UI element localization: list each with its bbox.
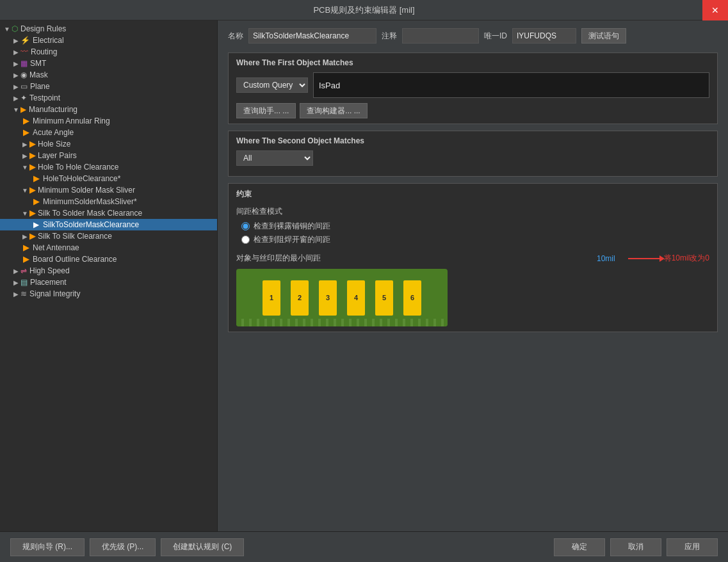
radio-label-2: 检查到阻焊开窗的间距 bbox=[254, 234, 330, 245]
first-object-title: Where The First Object Matches bbox=[236, 58, 709, 67]
query-helper-btn[interactable]: 查询助手... ... bbox=[236, 103, 296, 118]
sidebar-label: Manufacturing bbox=[29, 105, 77, 114]
sidebar-item-routing[interactable]: ▶ 〰 Routing bbox=[0, 46, 217, 58]
arrowhead bbox=[659, 255, 665, 262]
pcb-gap-2 bbox=[311, 280, 316, 316]
distance-label: 对象与丝印层的最小间距 bbox=[236, 253, 321, 264]
expand-arrow: ▶ bbox=[12, 268, 20, 275]
first-object-section: Where The First Object Matches Custom Qu… bbox=[228, 52, 718, 124]
rule-icon: ▶ bbox=[29, 163, 35, 172]
sidebar-label: Minimum Annular Ring bbox=[33, 116, 110, 125]
sidebar-item-signal-integrity[interactable]: ▶ ≋ Signal Integrity bbox=[0, 288, 217, 300]
rule-icon: ▶ bbox=[29, 186, 35, 195]
sidebar-item-hole-size[interactable]: ▶ ▶ Hole Size bbox=[0, 138, 217, 150]
highspeed-icon: ⇌ bbox=[20, 266, 27, 275]
sidebar-item-hole-to-hole[interactable]: ▼ ▶ Hole To Hole Clearance bbox=[0, 161, 217, 173]
sidebar-item-silk-to-silk[interactable]: ▶ ▶ Silk To Silk Clearance bbox=[0, 230, 217, 242]
signal-icon: ≋ bbox=[20, 289, 27, 298]
cancel-btn[interactable]: 取消 bbox=[610, 538, 661, 556]
rule-name-input[interactable] bbox=[248, 28, 376, 44]
sidebar-label: Net Antennae bbox=[33, 243, 79, 252]
sidebar-label: Hole Size bbox=[38, 140, 70, 149]
titlebar: PCB规则及约束编辑器 [mil] ✕ bbox=[0, 0, 728, 20]
distance-value: 10mil bbox=[597, 254, 615, 263]
arrow-container bbox=[628, 258, 660, 259]
mask-icon: ◉ bbox=[20, 70, 27, 79]
rule-icon: ▶ bbox=[29, 140, 35, 149]
sidebar-item-placement[interactable]: ▶ ▤ Placement bbox=[0, 277, 217, 288]
sidebar-label: Hole To Hole Clearance bbox=[38, 163, 119, 172]
confirm-btn[interactable]: 确定 bbox=[554, 538, 605, 556]
sidebar-item-design-rules[interactable]: ▼ ⬡ Design Rules bbox=[0, 23, 217, 35]
expand-arrow: ▶ bbox=[12, 60, 20, 67]
manufacturing-icon: ▶ bbox=[20, 105, 26, 114]
rules-wizard-btn[interactable]: 规则向导 (R)... bbox=[10, 538, 85, 556]
pcb-gap-1 bbox=[283, 280, 288, 316]
sidebar-item-testpoint[interactable]: ▶ ✦ Testpoint bbox=[0, 92, 217, 104]
test-btn[interactable]: 测试语句 bbox=[581, 28, 626, 44]
query-builder-btn[interactable]: 查询构建器... ... bbox=[300, 103, 367, 118]
expand-arrow: ▶ bbox=[20, 152, 29, 159]
check-mode-label: 间距检查模式 bbox=[236, 206, 709, 217]
sidebar-label: Testpoint bbox=[29, 93, 60, 102]
close-button[interactable]: ✕ bbox=[702, 0, 728, 20]
second-query-type-select[interactable]: All Custom Query bbox=[236, 150, 313, 166]
sidebar-label: Silk To Silk Clearance bbox=[38, 232, 112, 241]
sidebar-label: MinimumSolderMaskSliver* bbox=[43, 197, 137, 206]
priority-btn[interactable]: 优先级 (P)... bbox=[90, 538, 156, 556]
placement-icon: ▤ bbox=[20, 278, 28, 287]
expand-arrow: ▼ bbox=[12, 106, 20, 113]
sidebar-item-acute-angle[interactable]: ▶ Acute Angle bbox=[0, 127, 217, 138]
query-type-select[interactable]: Custom Query All bbox=[236, 77, 308, 93]
expand-arrow: ▶ bbox=[12, 291, 20, 298]
rule-icon: ▶ bbox=[29, 151, 35, 160]
bottom-right-actions: 确定 取消 应用 bbox=[554, 538, 718, 556]
routing-icon: 〰 bbox=[20, 47, 28, 56]
rule-icon: ▶ bbox=[23, 243, 29, 252]
sidebar-item-min-solder[interactable]: ▼ ▶ Minimum Solder Mask Sliver bbox=[0, 184, 217, 196]
sidebar-item-electrical[interactable]: ▶ ⚡ Electrical bbox=[0, 35, 217, 46]
pcb-pad-1: 1 bbox=[263, 280, 280, 316]
sidebar-item-silk-to-solder[interactable]: ▼ ▶ Silk To Solder Mask Clearance bbox=[0, 207, 217, 219]
expand-arrow: ▶ bbox=[12, 279, 20, 286]
unique-id-label: 唯一ID bbox=[484, 31, 507, 42]
sidebar-label: Layer Pairs bbox=[38, 151, 77, 160]
apply-btn[interactable]: 应用 bbox=[667, 538, 718, 556]
sidebar-item-plane[interactable]: ▶ ▭ Plane bbox=[0, 81, 217, 92]
window-title: PCB规则及约束编辑器 [mil] bbox=[313, 4, 414, 16]
expand-arrow: ▶ bbox=[12, 72, 20, 79]
rule-icon: ▶ bbox=[23, 116, 29, 125]
rule-icon: ▶ bbox=[23, 128, 29, 137]
sidebar-item-high-speed[interactable]: ▶ ⇌ High Speed bbox=[0, 265, 217, 277]
rule-icon: ▶ bbox=[23, 255, 29, 264]
constraint-title: 约束 bbox=[236, 189, 709, 200]
sidebar: ▼ ⬡ Design Rules ▶ ⚡ Electrical ▶ 〰 Rout… bbox=[0, 20, 218, 531]
sidebar-label: Signal Integrity bbox=[29, 289, 80, 298]
sidebar-item-min-solder-child[interactable]: ▶ MinimumSolderMaskSliver* bbox=[0, 196, 217, 207]
sidebar-label: HoleToHoleClearance* bbox=[43, 174, 120, 183]
sidebar-item-manufacturing[interactable]: ▼ ▶ Manufacturing bbox=[0, 104, 217, 115]
sidebar-label: SilkToSolderMaskClearance bbox=[43, 220, 139, 229]
sidebar-item-min-annular[interactable]: ▶ Minimum Annular Ring bbox=[0, 115, 217, 127]
query-row: Custom Query All IsPad bbox=[236, 72, 709, 98]
sidebar-item-mask[interactable]: ▶ ◉ Mask bbox=[0, 69, 217, 81]
sidebar-item-board-outline[interactable]: ▶ Board Outline Clearance bbox=[0, 253, 217, 265]
testpoint-icon: ✦ bbox=[20, 93, 27, 102]
rule-icon: ▶ bbox=[33, 197, 39, 206]
create-default-btn[interactable]: 创建默认规则 (C) bbox=[161, 538, 244, 556]
plane-icon: ▭ bbox=[20, 82, 28, 91]
second-object-section: Where The Second Object Matches All Cust… bbox=[228, 131, 718, 177]
comment-input[interactable] bbox=[402, 28, 479, 44]
sidebar-item-layer-pairs[interactable]: ▶ ▶ Layer Pairs bbox=[0, 150, 217, 161]
expand-arrow: ▶ bbox=[12, 83, 20, 90]
sidebar-label: Design Rules bbox=[20, 24, 66, 33]
expand-arrow: ▼ bbox=[20, 210, 29, 217]
sidebar-item-net-antennae[interactable]: ▶ Net Antennae bbox=[0, 242, 217, 253]
unique-id-input[interactable] bbox=[512, 28, 576, 44]
sidebar-item-hole-child[interactable]: ▶ HoleToHoleClearance* bbox=[0, 173, 217, 184]
radio-exposed-copper[interactable] bbox=[241, 222, 250, 230]
sidebar-item-smt[interactable]: ▶ ▦ SMT bbox=[0, 58, 217, 69]
rule-header: 名称 注释 唯一ID 测试语句 bbox=[228, 28, 718, 44]
sidebar-item-silk-to-solder-child[interactable]: ▶ SilkToSolderMaskClearance bbox=[0, 219, 217, 230]
radio-solder-mask[interactable] bbox=[241, 236, 250, 244]
